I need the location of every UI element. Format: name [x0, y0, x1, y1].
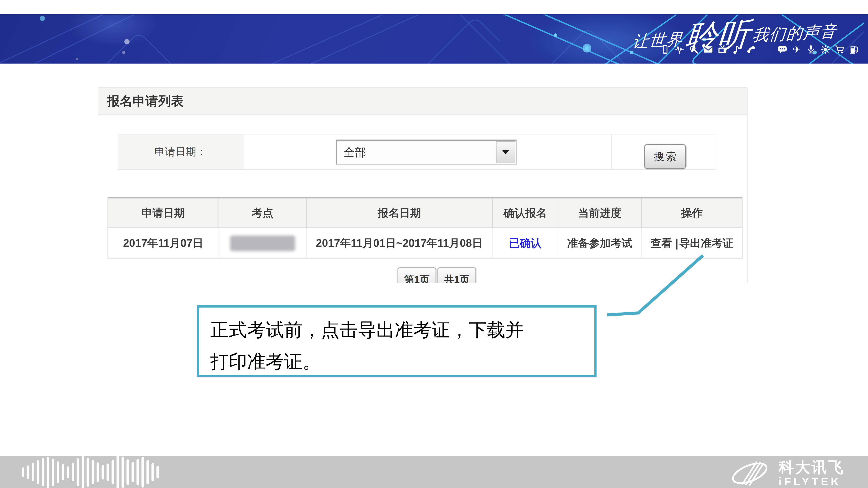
waveform-bar	[126, 459, 129, 485]
search-button[interactable]: 搜索	[644, 144, 686, 169]
top-banner: 让世界 聆听 我们的声音 ✈	[0, 14, 868, 64]
col-operations: 操作	[642, 198, 742, 228]
apply-date-label: 申请日期：	[118, 134, 244, 169]
waveform-bar	[67, 466, 69, 478]
callout-text-line-2: 打印准考证。	[210, 346, 594, 378]
waveform-bar	[112, 460, 114, 484]
waveform-bar	[97, 462, 99, 482]
pulse-icon	[675, 44, 684, 55]
waveform-bar	[117, 455, 119, 488]
microphone-icon	[806, 44, 816, 55]
chevron-down-icon	[502, 150, 509, 155]
plane-icon: ✈	[792, 44, 802, 55]
application-table: 申请日期 考点 报名日期 确认报名 当前进度 操作 2017年11月07日 20…	[107, 197, 743, 259]
operations-separator: |	[675, 237, 678, 250]
view-link[interactable]: 查看	[651, 236, 672, 251]
cell-registration-period: 2017年11月01日~2017年11月08日	[307, 228, 493, 258]
waveform-bar	[87, 458, 89, 487]
search-icon	[689, 44, 699, 55]
col-exam-site: 考点	[219, 198, 306, 228]
waveform-bar	[62, 464, 64, 480]
waveform-bar	[106, 463, 109, 481]
cell-exam-site	[219, 228, 306, 258]
sun-icon	[820, 44, 830, 55]
waveform-bar	[147, 460, 149, 484]
dropdown-arrow-button[interactable]	[496, 141, 515, 163]
audio-waveform-decoration	[22, 456, 161, 488]
waveform-bar	[82, 456, 84, 488]
waveform-bar	[37, 460, 39, 484]
waveform-bar	[101, 465, 104, 480]
col-confirm: 确认报名	[493, 198, 559, 228]
cell-operations: 查看 | 导出准考证	[642, 228, 742, 258]
footer-bar: 科大讯飞 iFLYTEK	[0, 456, 868, 488]
callout-text-line-1: 正式考试前，点击导出准考证，下载并	[210, 314, 594, 346]
brand-name-cn: 科大讯飞	[779, 459, 844, 476]
cell-progress: 准备参加考试	[558, 228, 642, 258]
slogan-stroke-gap	[761, 49, 773, 50]
mobile-icon	[660, 44, 670, 55]
waveform-bar	[92, 460, 94, 484]
fuel-pump-icon	[849, 44, 859, 55]
mail-icon	[703, 44, 713, 55]
col-apply-date: 申请日期	[108, 198, 219, 228]
current-page-button[interactable]: 第1页	[398, 267, 436, 283]
music-note-icon	[732, 44, 742, 55]
page-title: 报名申请列表	[98, 88, 747, 115]
col-registration-period: 报名日期	[307, 198, 493, 228]
webpage-screenshot: 报名申请列表 申请日期： 全部 搜索 申请日期 考点 报名日期 确认报名 当前进…	[98, 88, 748, 283]
waveform-bar	[76, 458, 79, 486]
dropdown-selected-value: 全部	[337, 141, 516, 164]
waveform-bar	[142, 457, 144, 488]
slide: 让世界 聆听 我们的声音 ✈ 报名申请列表 申请日期： 全部 搜索 申请日期 考…	[0, 0, 868, 488]
page-title-bar: 报名申请列表	[98, 88, 747, 115]
waveform-bar	[72, 463, 74, 481]
waveform-bar	[131, 462, 134, 482]
cell-confirm-status: 已确认	[493, 228, 559, 258]
divider	[611, 134, 612, 169]
brand-name-en: iFLYTEK	[779, 476, 844, 487]
waveform-bar	[156, 466, 159, 479]
waveform-bar	[46, 457, 49, 488]
iflytek-logo: 科大讯飞 iFLYTEK	[727, 459, 844, 487]
annotation-callout: 正式考试前，点击导出准考证，下载并 打印准考证。	[197, 305, 596, 378]
waveform-bar	[57, 461, 59, 483]
waveform-bar	[32, 463, 34, 481]
total-pages-button[interactable]: 共1页	[437, 267, 476, 283]
apply-date-dropdown[interactable]: 全部	[336, 140, 517, 164]
waveform-bar	[52, 458, 54, 486]
col-progress: 当前进度	[558, 198, 642, 228]
table-row: 2017年11月07日 2017年11月01日~2017年11月08日 已确认 …	[108, 228, 742, 259]
search-filter-panel: 申请日期： 全部 搜索	[118, 134, 716, 170]
tv-icon	[717, 44, 727, 55]
cell-apply-date: 2017年11月07日	[108, 228, 219, 258]
waveform-bar	[152, 463, 154, 481]
table-header-row: 申请日期 考点 报名日期 确认报名 当前进度 操作	[108, 197, 742, 228]
waveform-bar	[22, 467, 24, 477]
waveform-bar	[136, 459, 139, 485]
iflytek-swoosh-icon	[727, 460, 775, 486]
redacted-exam-site	[230, 235, 295, 251]
shopping-cart-icon	[835, 44, 844, 55]
confirmed-link[interactable]: 已确认	[509, 236, 541, 251]
waveform-bar	[122, 457, 124, 488]
export-admission-ticket-link[interactable]: 导出准考证	[679, 236, 734, 251]
banner-service-icons: ✈	[660, 44, 859, 55]
chat-bubble-icon	[777, 44, 787, 55]
waveform-bar	[42, 458, 44, 486]
phone-handset-icon	[746, 44, 756, 55]
waveform-bar	[27, 465, 29, 479]
pagination: 第1页 共1页	[398, 267, 477, 283]
